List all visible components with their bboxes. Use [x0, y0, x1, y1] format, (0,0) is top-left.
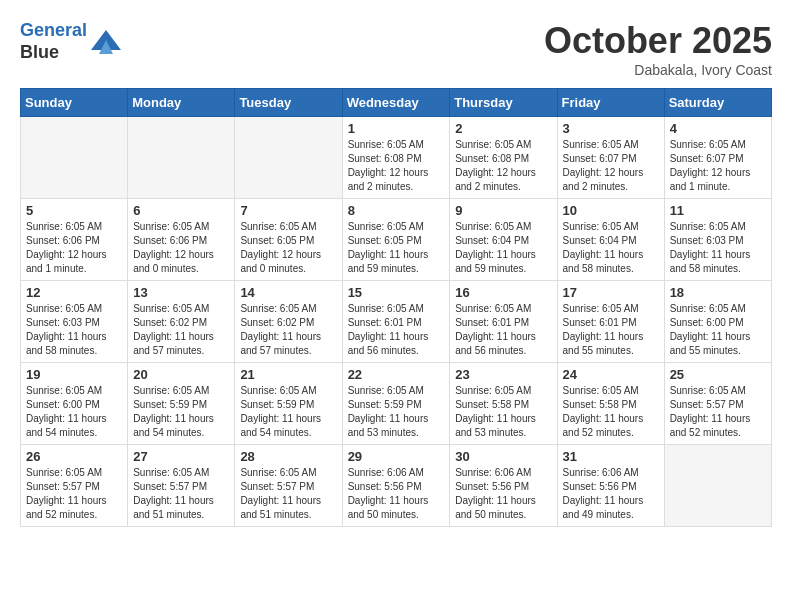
day-info: Sunrise: 6:05 AMSunset: 5:58 PMDaylight:… [563, 384, 659, 440]
day-info: Sunrise: 6:05 AMSunset: 6:05 PMDaylight:… [240, 220, 336, 276]
day-info: Sunrise: 6:05 AMSunset: 6:03 PMDaylight:… [26, 302, 122, 358]
calendar-cell [128, 117, 235, 199]
day-number: 15 [348, 285, 445, 300]
day-number: 31 [563, 449, 659, 464]
day-number: 19 [26, 367, 122, 382]
calendar-week-row: 26Sunrise: 6:05 AMSunset: 5:57 PMDayligh… [21, 445, 772, 527]
page-header: GeneralBlue October 2025 Dabakala, Ivory… [20, 20, 772, 78]
day-info: Sunrise: 6:05 AMSunset: 6:04 PMDaylight:… [563, 220, 659, 276]
day-info: Sunrise: 6:05 AMSunset: 6:07 PMDaylight:… [670, 138, 766, 194]
day-info: Sunrise: 6:05 AMSunset: 6:00 PMDaylight:… [26, 384, 122, 440]
calendar-cell: 24Sunrise: 6:05 AMSunset: 5:58 PMDayligh… [557, 363, 664, 445]
calendar-cell: 6Sunrise: 6:05 AMSunset: 6:06 PMDaylight… [128, 199, 235, 281]
calendar-cell: 2Sunrise: 6:05 AMSunset: 6:08 PMDaylight… [450, 117, 557, 199]
calendar-cell: 18Sunrise: 6:05 AMSunset: 6:00 PMDayligh… [664, 281, 771, 363]
logo-icon [91, 30, 121, 54]
day-info: Sunrise: 6:05 AMSunset: 5:57 PMDaylight:… [133, 466, 229, 522]
day-info: Sunrise: 6:05 AMSunset: 6:00 PMDaylight:… [670, 302, 766, 358]
calendar-cell: 12Sunrise: 6:05 AMSunset: 6:03 PMDayligh… [21, 281, 128, 363]
day-number: 16 [455, 285, 551, 300]
day-number: 26 [26, 449, 122, 464]
day-info: Sunrise: 6:05 AMSunset: 6:01 PMDaylight:… [563, 302, 659, 358]
day-number: 14 [240, 285, 336, 300]
day-number: 10 [563, 203, 659, 218]
calendar-cell: 7Sunrise: 6:05 AMSunset: 6:05 PMDaylight… [235, 199, 342, 281]
calendar-cell: 19Sunrise: 6:05 AMSunset: 6:00 PMDayligh… [21, 363, 128, 445]
calendar-cell: 3Sunrise: 6:05 AMSunset: 6:07 PMDaylight… [557, 117, 664, 199]
day-info: Sunrise: 6:05 AMSunset: 6:03 PMDaylight:… [670, 220, 766, 276]
day-info: Sunrise: 6:05 AMSunset: 6:04 PMDaylight:… [455, 220, 551, 276]
weekday-header: Thursday [450, 89, 557, 117]
day-number: 21 [240, 367, 336, 382]
calendar-cell [664, 445, 771, 527]
calendar-cell: 15Sunrise: 6:05 AMSunset: 6:01 PMDayligh… [342, 281, 450, 363]
day-number: 3 [563, 121, 659, 136]
day-number: 27 [133, 449, 229, 464]
day-info: Sunrise: 6:05 AMSunset: 5:58 PMDaylight:… [455, 384, 551, 440]
location: Dabakala, Ivory Coast [544, 62, 772, 78]
day-info: Sunrise: 6:05 AMSunset: 6:07 PMDaylight:… [563, 138, 659, 194]
calendar-cell: 17Sunrise: 6:05 AMSunset: 6:01 PMDayligh… [557, 281, 664, 363]
calendar-week-row: 5Sunrise: 6:05 AMSunset: 6:06 PMDaylight… [21, 199, 772, 281]
day-number: 1 [348, 121, 445, 136]
day-info: Sunrise: 6:05 AMSunset: 5:59 PMDaylight:… [133, 384, 229, 440]
day-number: 6 [133, 203, 229, 218]
day-number: 20 [133, 367, 229, 382]
day-info: Sunrise: 6:05 AMSunset: 6:01 PMDaylight:… [348, 302, 445, 358]
calendar-cell: 25Sunrise: 6:05 AMSunset: 5:57 PMDayligh… [664, 363, 771, 445]
day-number: 25 [670, 367, 766, 382]
calendar-cell [235, 117, 342, 199]
calendar-week-row: 1Sunrise: 6:05 AMSunset: 6:08 PMDaylight… [21, 117, 772, 199]
day-number: 22 [348, 367, 445, 382]
calendar-cell: 27Sunrise: 6:05 AMSunset: 5:57 PMDayligh… [128, 445, 235, 527]
day-info: Sunrise: 6:05 AMSunset: 5:57 PMDaylight:… [26, 466, 122, 522]
title-section: October 2025 Dabakala, Ivory Coast [544, 20, 772, 78]
day-info: Sunrise: 6:05 AMSunset: 5:59 PMDaylight:… [348, 384, 445, 440]
day-number: 28 [240, 449, 336, 464]
day-number: 4 [670, 121, 766, 136]
day-info: Sunrise: 6:05 AMSunset: 6:01 PMDaylight:… [455, 302, 551, 358]
day-info: Sunrise: 6:05 AMSunset: 6:06 PMDaylight:… [26, 220, 122, 276]
day-number: 24 [563, 367, 659, 382]
calendar-header-row: SundayMondayTuesdayWednesdayThursdayFrid… [21, 89, 772, 117]
day-info: Sunrise: 6:06 AMSunset: 5:56 PMDaylight:… [455, 466, 551, 522]
calendar-cell: 31Sunrise: 6:06 AMSunset: 5:56 PMDayligh… [557, 445, 664, 527]
day-info: Sunrise: 6:05 AMSunset: 5:57 PMDaylight:… [670, 384, 766, 440]
day-number: 9 [455, 203, 551, 218]
weekday-header: Monday [128, 89, 235, 117]
calendar-cell: 16Sunrise: 6:05 AMSunset: 6:01 PMDayligh… [450, 281, 557, 363]
calendar-cell: 22Sunrise: 6:05 AMSunset: 5:59 PMDayligh… [342, 363, 450, 445]
calendar-cell: 28Sunrise: 6:05 AMSunset: 5:57 PMDayligh… [235, 445, 342, 527]
day-info: Sunrise: 6:06 AMSunset: 5:56 PMDaylight:… [348, 466, 445, 522]
calendar-cell: 29Sunrise: 6:06 AMSunset: 5:56 PMDayligh… [342, 445, 450, 527]
day-number: 2 [455, 121, 551, 136]
weekday-header: Sunday [21, 89, 128, 117]
day-number: 29 [348, 449, 445, 464]
calendar-cell: 10Sunrise: 6:05 AMSunset: 6:04 PMDayligh… [557, 199, 664, 281]
calendar-cell: 11Sunrise: 6:05 AMSunset: 6:03 PMDayligh… [664, 199, 771, 281]
day-number: 17 [563, 285, 659, 300]
calendar-cell: 13Sunrise: 6:05 AMSunset: 6:02 PMDayligh… [128, 281, 235, 363]
day-number: 8 [348, 203, 445, 218]
day-number: 18 [670, 285, 766, 300]
day-number: 7 [240, 203, 336, 218]
day-number: 23 [455, 367, 551, 382]
logo: GeneralBlue [20, 20, 121, 63]
weekday-header: Saturday [664, 89, 771, 117]
day-number: 13 [133, 285, 229, 300]
calendar-cell [21, 117, 128, 199]
day-info: Sunrise: 6:05 AMSunset: 6:08 PMDaylight:… [348, 138, 445, 194]
weekday-header: Wednesday [342, 89, 450, 117]
calendar-week-row: 12Sunrise: 6:05 AMSunset: 6:03 PMDayligh… [21, 281, 772, 363]
logo-text: GeneralBlue [20, 20, 87, 63]
calendar-cell: 9Sunrise: 6:05 AMSunset: 6:04 PMDaylight… [450, 199, 557, 281]
day-info: Sunrise: 6:05 AMSunset: 5:57 PMDaylight:… [240, 466, 336, 522]
calendar-cell: 5Sunrise: 6:05 AMSunset: 6:06 PMDaylight… [21, 199, 128, 281]
day-info: Sunrise: 6:05 AMSunset: 6:08 PMDaylight:… [455, 138, 551, 194]
calendar-cell: 14Sunrise: 6:05 AMSunset: 6:02 PMDayligh… [235, 281, 342, 363]
calendar-cell: 26Sunrise: 6:05 AMSunset: 5:57 PMDayligh… [21, 445, 128, 527]
calendar-cell: 23Sunrise: 6:05 AMSunset: 5:58 PMDayligh… [450, 363, 557, 445]
weekday-header: Tuesday [235, 89, 342, 117]
weekday-header: Friday [557, 89, 664, 117]
calendar-cell: 20Sunrise: 6:05 AMSunset: 5:59 PMDayligh… [128, 363, 235, 445]
